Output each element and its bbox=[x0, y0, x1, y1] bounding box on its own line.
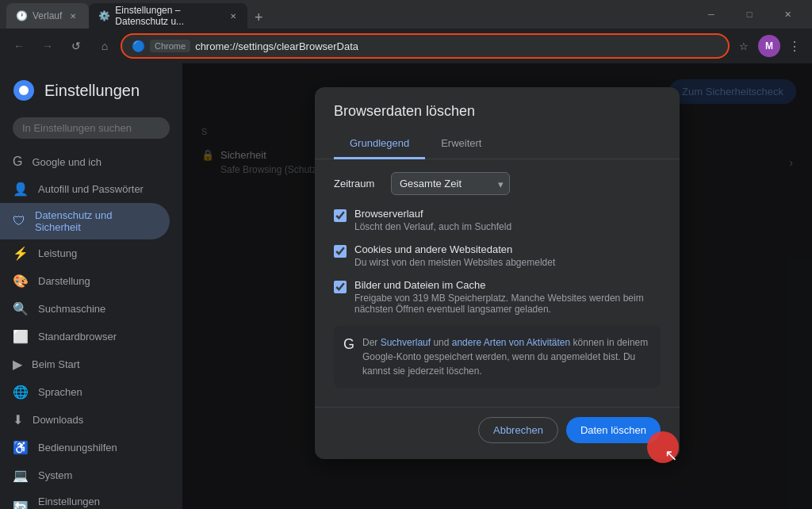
sidebar-item-label: Darstellung bbox=[38, 275, 90, 287]
cache-row: Bilder und Dateien im Cache Freigabe von… bbox=[334, 279, 661, 315]
address-bar[interactable]: 🔵 Chrome chrome://settings/clearBrowserD… bbox=[121, 33, 730, 59]
svg-point-1 bbox=[19, 86, 29, 95]
menu-button[interactable]: ⋮ bbox=[783, 35, 806, 57]
cache-checkbox[interactable] bbox=[334, 281, 347, 293]
browsing-history-desc: Löscht den Verlauf, auch im Suchfeld bbox=[354, 221, 511, 232]
search-history-link[interactable]: Suchverlauf bbox=[381, 337, 431, 348]
cancel-button[interactable]: Abbrechen bbox=[478, 417, 558, 443]
cache-text: Bilder und Dateien im Cache Freigabe von… bbox=[354, 279, 661, 315]
sidebar-item-system[interactable]: 💻 System bbox=[0, 461, 170, 489]
sidebar-item-accessibility[interactable]: ♿ Bedienungshilfen bbox=[0, 434, 170, 461]
sidebar-item-label: Bedienungshilfen bbox=[38, 442, 117, 454]
sidebar-item-label: Leistung bbox=[38, 247, 77, 259]
sidebar: Einstellungen G Google und ich 👤 Autofil… bbox=[0, 63, 182, 509]
privacy-icon: 🛡 bbox=[13, 214, 25, 228]
cookies-label[interactable]: Cookies und andere Websitedaten bbox=[354, 243, 555, 255]
cache-desc: Freigabe von 319 MB Speicherplatz. Manch… bbox=[354, 293, 661, 315]
dialog-overlay: Browserdaten löschen Grundlegend Erweite… bbox=[182, 63, 812, 509]
bookmark-button[interactable]: ☆ bbox=[733, 35, 755, 57]
chrome-label: Chrome bbox=[150, 40, 190, 52]
accessibility-icon: ♿ bbox=[13, 440, 29, 455]
window-controls: ─ □ ✕ bbox=[693, 0, 806, 29]
tab-basic[interactable]: Grundlegend bbox=[334, 129, 425, 159]
maximize-button[interactable]: □ bbox=[731, 0, 768, 29]
sidebar-header: Einstellungen bbox=[0, 70, 182, 111]
tab-history-favicon: 🕐 bbox=[16, 10, 28, 21]
sidebar-item-autofill[interactable]: 👤 Autofill und Passwörter bbox=[0, 175, 170, 203]
sidebar-item-label: Einstellungen zurücksetzen bbox=[38, 496, 157, 509]
performance-icon: ⚡ bbox=[13, 246, 29, 261]
tab-settings-label: Einstellungen – Datenschutz u... bbox=[115, 5, 223, 27]
startup-icon: ▶ bbox=[13, 357, 22, 372]
downloads-icon: ⬇ bbox=[13, 412, 23, 427]
browsing-history-checkbox[interactable] bbox=[334, 209, 347, 222]
google-icon: G bbox=[13, 155, 22, 169]
sidebar-item-label: Beim Start bbox=[32, 358, 80, 370]
tab-settings-close[interactable]: ✕ bbox=[228, 10, 239, 22]
dialog-footer: Abbrechen Daten löschen bbox=[315, 407, 680, 459]
minimize-button[interactable]: ─ bbox=[693, 0, 730, 29]
cookies-desc: Du wirst von den meisten Websites abgeme… bbox=[354, 257, 555, 268]
sidebar-item-google[interactable]: G Google und ich bbox=[0, 148, 170, 175]
system-icon: 💻 bbox=[13, 468, 29, 483]
sidebar-item-performance[interactable]: ⚡ Leistung bbox=[0, 239, 170, 267]
time-range-row: Zeitraum Letzte Stunde Letzter Tag Letzt… bbox=[334, 172, 661, 195]
reload-button[interactable]: ↺ bbox=[63, 33, 89, 59]
sidebar-item-label: Google und ich bbox=[32, 156, 101, 168]
sidebar-item-languages[interactable]: 🌐 Sprachen bbox=[0, 378, 170, 406]
sidebar-search-container bbox=[0, 111, 182, 145]
new-tab-button[interactable]: + bbox=[247, 6, 270, 29]
cache-label[interactable]: Bilder und Dateien im Cache bbox=[354, 279, 661, 291]
browsing-history-row: Browserverlauf Löscht den Verlauf, auch … bbox=[334, 208, 661, 232]
cookies-text: Cookies und andere Websitedaten Du wirst… bbox=[354, 243, 555, 268]
home-button[interactable]: ⌂ bbox=[92, 33, 117, 59]
forward-button[interactable]: → bbox=[35, 33, 60, 59]
tabs-container: 🕐 Verlauf ✕ ⚙️ Einstellungen – Datenschu… bbox=[6, 0, 690, 29]
sidebar-item-label: Standardbrowser bbox=[38, 331, 117, 343]
sidebar-item-downloads[interactable]: ⬇ Downloads bbox=[0, 406, 170, 434]
close-button[interactable]: ✕ bbox=[769, 0, 806, 29]
back-button[interactable]: ← bbox=[6, 33, 32, 59]
sidebar-item-search[interactable]: 🔍 Suchmaschine bbox=[0, 295, 170, 323]
info-box: G Der Suchverlauf und andere Arten von A… bbox=[334, 326, 661, 388]
tab-advanced[interactable]: Erweitert bbox=[425, 129, 497, 159]
dialog-body: Zeitraum Letzte Stunde Letzter Tag Letzt… bbox=[315, 159, 680, 407]
sidebar-item-label: Suchmaschine bbox=[38, 303, 105, 315]
time-select-wrapper: Letzte Stunde Letzter Tag Letzte Woche L… bbox=[391, 172, 510, 195]
browser-icon: ⬜ bbox=[13, 329, 29, 344]
appearance-icon: 🎨 bbox=[13, 274, 29, 289]
profile-button[interactable]: M bbox=[758, 35, 780, 57]
sidebar-item-reset[interactable]: 🔄 Einstellungen zurücksetzen bbox=[0, 489, 170, 509]
dialog-tabs: Grundlegend Erweitert bbox=[315, 129, 680, 159]
sidebar-item-label: Downloads bbox=[33, 414, 83, 426]
autofill-icon: 👤 bbox=[13, 182, 29, 197]
info-text: Der Suchverlauf und andere Arten von Akt… bbox=[362, 335, 651, 378]
sidebar-title: Einstellungen bbox=[44, 82, 140, 100]
delete-button[interactable]: Daten löschen bbox=[566, 417, 661, 443]
url-text: chrome://settings/clearBrowserData bbox=[195, 40, 358, 52]
browsing-history-label[interactable]: Browserverlauf bbox=[354, 208, 511, 220]
tab-settings-favicon: ⚙️ bbox=[98, 10, 110, 21]
sidebar-item-label: Datenschutz und Sicherheit bbox=[35, 209, 157, 233]
activities-link[interactable]: andere Arten von Aktivitäten bbox=[452, 337, 570, 348]
cookies-checkbox[interactable] bbox=[334, 245, 347, 258]
chrome-settings-icon bbox=[13, 79, 35, 101]
dialog-title: Browserdaten löschen bbox=[315, 87, 680, 129]
time-select[interactable]: Letzte Stunde Letzter Tag Letzte Woche L… bbox=[391, 172, 510, 195]
google-logo-icon: G bbox=[343, 336, 354, 353]
cookies-row: Cookies und andere Websitedaten Du wirst… bbox=[334, 243, 661, 268]
search-icon: 🔍 bbox=[13, 301, 29, 316]
tab-history[interactable]: 🕐 Verlauf ✕ bbox=[6, 3, 89, 29]
browsing-history-text: Browserverlauf Löscht den Verlauf, auch … bbox=[354, 208, 511, 232]
sidebar-search-input[interactable] bbox=[13, 117, 170, 139]
sidebar-item-default-browser[interactable]: ⬜ Standardbrowser bbox=[0, 323, 170, 350]
sidebar-item-label: Sprachen bbox=[38, 386, 82, 398]
reset-icon: 🔄 bbox=[13, 500, 29, 510]
tab-history-close[interactable]: ✕ bbox=[67, 10, 79, 22]
sidebar-item-appearance[interactable]: 🎨 Darstellung bbox=[0, 267, 170, 295]
tab-settings[interactable]: ⚙️ Einstellungen – Datenschutz u... ✕ bbox=[89, 3, 247, 29]
time-label: Zeitraum bbox=[334, 178, 381, 189]
sidebar-item-startup[interactable]: ▶ Beim Start bbox=[0, 350, 170, 378]
sidebar-item-privacy[interactable]: 🛡 Datenschutz und Sicherheit bbox=[0, 203, 170, 239]
titlebar: 🕐 Verlauf ✕ ⚙️ Einstellungen – Datenschu… bbox=[0, 0, 812, 29]
